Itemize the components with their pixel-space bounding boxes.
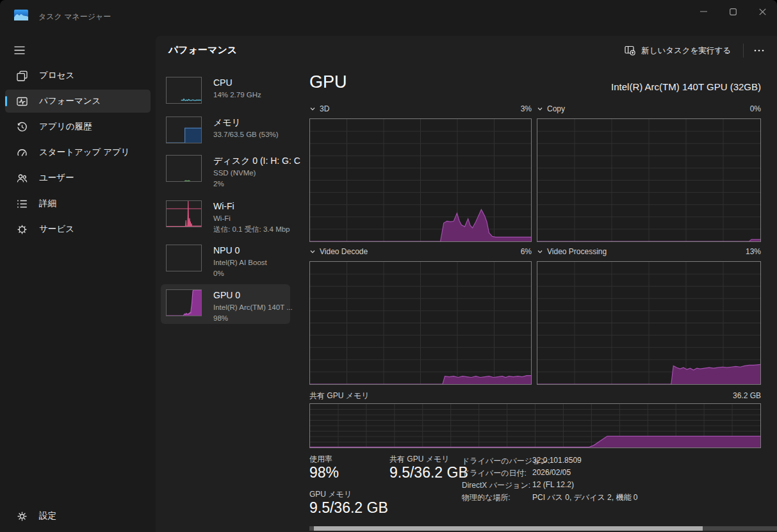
perf-card-wifi[interactable]: Wi-Fi Wi-Fi 送信: 0.1 受信: 3.4 Mbp <box>161 195 290 238</box>
physical-location-value: PCI バス 0, デバイス 2, 機能 0 <box>532 492 637 503</box>
section-label: 3D <box>320 104 329 113</box>
driver-version-value: 32.0.101.8509 <box>532 456 582 465</box>
section-value: 3% <box>521 104 532 113</box>
ellipsis-icon <box>753 45 765 56</box>
usage-label: 使用率 <box>309 454 332 465</box>
section-header-video-processing: Video Processing 13% <box>537 246 761 257</box>
task-manager-window: タスク マネージャー プロセス パフォ <box>0 0 777 532</box>
card-name: CPU <box>213 77 261 89</box>
section-header-copy: Copy 0% <box>537 104 761 114</box>
perf-card-gpu[interactable]: GPU 0 Intel(R) Arc(TM) 140T ... 98% <box>161 284 290 324</box>
npu-mini-chart <box>166 245 202 271</box>
perf-card-npu[interactable]: NPU 0 Intel(R) AI Boost 0% <box>161 239 290 280</box>
page-title: パフォーマンス <box>168 44 237 56</box>
shared-memory-value: 9.5/36.2 GB <box>389 464 468 481</box>
sidebar-item-details[interactable]: 詳細 <box>5 192 151 215</box>
card-sub: 14% 2.79 GHz <box>213 90 261 100</box>
window-controls <box>689 0 777 23</box>
sidebar-item-app-history[interactable]: アプリの履歴 <box>5 115 151 138</box>
section-label: Copy <box>547 104 565 113</box>
chevron-down-icon[interactable] <box>537 248 543 255</box>
minimize-button[interactable] <box>689 0 718 23</box>
gpu-memory-value: 9.5/36.2 GB <box>309 499 388 517</box>
performance-icon <box>17 96 28 107</box>
history-icon <box>17 122 28 133</box>
gpu-memory-label: GPU メモリ <box>309 489 352 500</box>
disk-mini-chart <box>166 155 202 182</box>
shared-memory-label: 共有 GPU メモリ <box>389 454 450 465</box>
maximize-icon <box>730 8 737 15</box>
section-value: 13% <box>746 247 761 256</box>
chevron-down-icon[interactable] <box>309 248 316 255</box>
gpu-mini-chart <box>166 289 202 316</box>
section-label: Video Decode <box>320 247 368 256</box>
section-value: 0% <box>750 104 761 113</box>
scrollbar-thumb[interactable] <box>314 526 703 531</box>
driver-date-label: ドライバーの日付: <box>462 468 527 479</box>
sidebar-item-settings[interactable]: 設定 <box>5 504 151 528</box>
sidebar-item-label: プロセス <box>39 70 74 81</box>
perf-card-cpu[interactable]: CPU 14% 2.79 GHz <box>161 72 290 109</box>
close-button[interactable] <box>748 0 777 23</box>
sidebar-item-label: 詳細 <box>39 198 56 209</box>
run-new-task-label: 新しいタスクを実行する <box>641 45 731 56</box>
maximize-button[interactable] <box>718 0 748 23</box>
chevron-down-icon[interactable] <box>537 106 543 112</box>
task-manager-app-icon <box>14 10 28 20</box>
perf-card-disk[interactable]: ディスク 0 (I: H: G: C SSD (NVMe) 2% <box>161 150 290 192</box>
run-new-task-button[interactable]: 新しいタスクを実行する <box>618 41 737 60</box>
sidebar-item-processes[interactable]: プロセス <box>5 64 151 87</box>
memory-mini-chart <box>166 117 202 143</box>
card-name: Wi-Fi <box>213 200 285 213</box>
startup-icon <box>17 147 28 158</box>
settings-gear-icon <box>17 511 28 522</box>
sidebar-item-startup-apps[interactable]: スタートアップ アプリ <box>5 141 151 164</box>
sidebar-item-users[interactable]: ユーザー <box>5 166 151 189</box>
card-name: GPU 0 <box>213 289 285 302</box>
header-divider <box>743 44 744 58</box>
section-max-value: 36.2 GB <box>733 391 761 400</box>
physical-location-label: 物理的な場所: <box>462 492 511 503</box>
chevron-down-icon[interactable] <box>309 106 316 112</box>
section-value: 6% <box>521 247 532 256</box>
gpu-detail-title: GPU <box>309 72 347 92</box>
sidebar-item-label: アプリの履歴 <box>39 121 92 133</box>
horizontal-scrollbar[interactable] <box>309 526 777 531</box>
sidebar-item-label: 設定 <box>39 510 56 522</box>
card-sub: 2% <box>213 179 285 189</box>
card-sub: Intel(R) AI Boost <box>213 257 267 268</box>
card-sub: 送信: 0.1 受信: 3.4 Mbp <box>213 224 285 234</box>
hamburger-icon <box>14 46 25 54</box>
driver-date-value: 2026/02/05 <box>532 468 571 477</box>
content-pane: パフォーマンス 新しいタスクを実行する CPU 14% 2.79 GHz メモリ <box>156 36 777 532</box>
sidebar-item-label: パフォーマンス <box>39 95 101 107</box>
shared-gpu-memory-chart <box>309 403 761 448</box>
usage-value: 98% <box>309 464 339 481</box>
section-header-3d: 3D 3% <box>309 104 532 114</box>
gpu-device-name: Intel(R) Arc(TM) 140T GPU (32GB) <box>611 81 761 92</box>
card-sub: 0% <box>213 268 267 278</box>
gpu-copy-chart <box>537 118 761 242</box>
users-icon <box>17 173 28 184</box>
directx-version-label: DirectX バージョン: <box>462 480 530 491</box>
sidebar-item-label: ユーザー <box>39 172 74 184</box>
menu-toggle-button[interactable] <box>10 41 28 59</box>
card-name: NPU 0 <box>213 245 267 257</box>
window-title: タスク マネージャー <box>38 12 111 22</box>
section-label: Video Processing <box>547 247 607 256</box>
sidebar-item-services[interactable]: サービス <box>5 218 151 241</box>
directx-version-value: 12 (FL 12.2) <box>532 480 574 489</box>
section-label: 共有 GPU メモリ <box>309 391 370 401</box>
section-header-shared-memory: 共有 GPU メモリ 36.2 GB <box>309 391 761 401</box>
minimize-icon <box>700 11 707 12</box>
cpu-mini-chart <box>166 77 202 104</box>
card-sub: Wi-Fi <box>213 213 285 223</box>
card-sub: Intel(R) Arc(TM) 140T ... <box>213 302 285 312</box>
close-icon <box>759 8 766 15</box>
gpu-video-decode-chart <box>309 261 532 385</box>
perf-card-memory[interactable]: メモリ 33.7/63.5 GB (53%) <box>161 111 290 149</box>
section-header-video-decode: Video Decode 6% <box>309 246 532 257</box>
card-name: ディスク 0 (I: H: G: C <box>213 155 285 167</box>
more-options-button[interactable] <box>748 41 771 60</box>
sidebar-item-performance[interactable]: パフォーマンス <box>5 90 151 113</box>
